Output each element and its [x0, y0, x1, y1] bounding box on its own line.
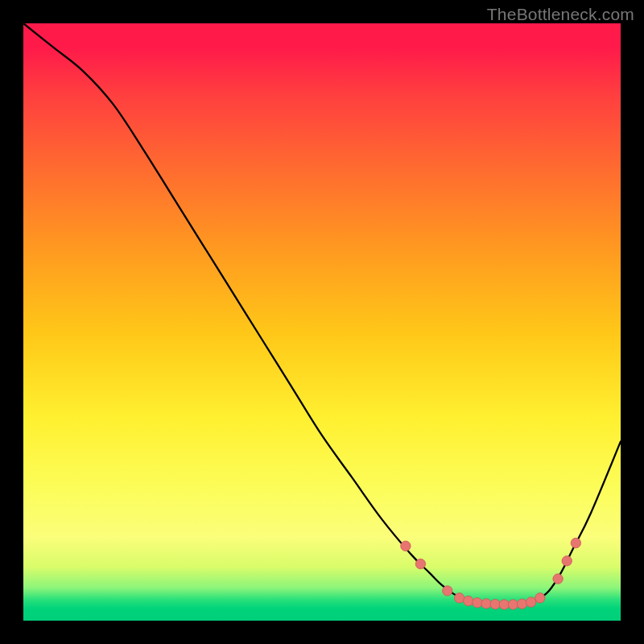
curve-dot [562, 556, 572, 566]
curve-dot [481, 599, 491, 609]
curve-dot [517, 599, 526, 609]
curve-dot [443, 586, 452, 596]
curve-dots-group [401, 538, 581, 609]
curve-dot [454, 593, 464, 603]
curve-dot [473, 598, 482, 608]
curve-dot [401, 541, 411, 551]
curve-dot [553, 574, 563, 584]
curve-dot [490, 599, 500, 609]
plot-area [23, 23, 621, 621]
curve-dot [571, 538, 580, 547]
curve-dot [526, 597, 536, 607]
bottleneck-curve-path [23, 23, 621, 605]
curve-dot [535, 593, 545, 603]
curve-dot [499, 600, 509, 609]
bottleneck-curve-svg [23, 23, 621, 621]
curve-dot [415, 559, 425, 568]
chart-frame: TheBottleneck.com [0, 0, 644, 644]
curve-dot [464, 596, 473, 605]
curve-dot [508, 600, 518, 609]
watermark-text: TheBottleneck.com [487, 5, 634, 24]
